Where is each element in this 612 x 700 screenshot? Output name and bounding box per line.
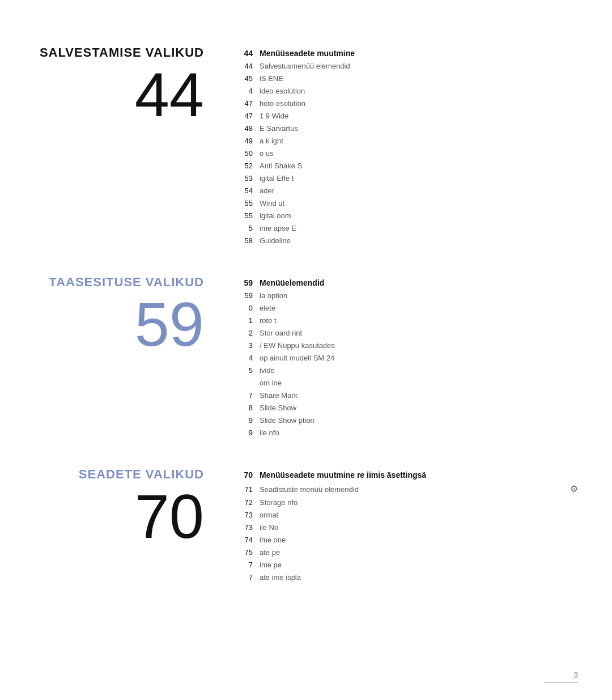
toc-row-text: elete [260,303,578,314]
section-right-taasesituse: 59Menüüelemendid59 la option0 elete1 rot… [238,275,578,439]
section-left-salvestamise: SALVESTAMISE VALIKUD44 [34,45,238,247]
toc-row-num: 59 [238,290,260,302]
gear-icon: ⚙ [570,482,578,496]
toc-row-num: 70 [238,469,260,481]
toc-row-num: 48 [238,123,260,134]
toc-row-num: 8 [238,402,260,414]
toc-row-num: 4 [238,86,260,97]
section-seadete: SEADETE VALIKUD7070Menüüseadete muutmine… [34,467,578,583]
toc-row-num: 45 [238,73,260,84]
toc-row-num: 44 [238,61,260,72]
toc-row-text: o us [260,148,578,159]
toc-row: 2 Stor oard rint [238,328,578,339]
toc-row-num: 7 [238,390,260,401]
toc-row-num: 47 [238,111,260,122]
toc-row: 1 rote t [238,315,578,326]
toc-row: 4 op ainult mudell SM 24 [238,353,578,364]
toc-row-num: 73 [238,522,260,533]
toc-row-text: Menüüseadete muutmine re iimis äsettings… [260,469,578,481]
section-salvestamise: SALVESTAMISE VALIKUD4444Menüüseadete muu… [34,45,578,247]
toc-row-text: ate pe [260,547,578,558]
toc-row: om ine [238,377,578,389]
section-title-seadete: SEADETE VALIKUD [79,467,204,482]
toc-row: 9 ile nfo [238,427,578,439]
toc-row: 44Salvestusmenüü elemendid [238,61,578,72]
toc-row-num: 55 [238,198,260,209]
toc-row: 52Anti Shake S [238,160,578,172]
toc-row-num: 5 [238,223,260,234]
toc-row-text: la option [260,290,578,302]
toc-row-num: 52 [238,160,260,172]
toc-row: 71Seadistuste menüü elemendid⚙ [238,482,578,496]
toc-row: 73 ile No [238,522,578,533]
toc-row-num: 54 [238,185,260,197]
toc-row: 50 o us [238,148,578,159]
page-line [544,682,578,683]
section-title-salvestamise: SALVESTAMISE VALIKUD [40,45,204,60]
section-title-taasesituse: TAASESITUSE VALIKUD [49,275,204,290]
toc-row: 3 / EW Nuppu kasutades [238,340,578,351]
section-number-seadete: 70 [135,485,204,548]
toc-row-text: Wind ut [260,198,578,209]
toc-row-num: 9 [238,415,260,426]
toc-row: 73 ormat [238,510,578,521]
toc-row-text: Guideline [260,235,578,247]
toc-row-num: 9 [238,427,260,439]
toc-row-text: rote t [260,315,578,326]
toc-row-text: Storage nfo [260,497,578,508]
toc-row-num: 75 [238,547,260,558]
toc-row-text: Menüüelemendid [260,277,578,289]
page-content: SALVESTAMISE VALIKUD4444Menüüseadete muu… [34,45,578,612]
toc-row-num: 44 [238,48,260,60]
toc-row-text: Slide Show [260,402,578,414]
toc-row: 7 Share Mark [238,390,578,401]
toc-row-text: ideo esolution [260,86,578,97]
toc-row-num: 47 [238,98,260,109]
toc-row-text: ivide [260,365,578,376]
toc-row-num: 7 [238,572,260,583]
toc-row-text: Seadistuste menüü elemendid [260,484,566,495]
toc-row: 49 a k ight [238,135,578,147]
toc-row-text: Anti Shake S [260,160,578,172]
toc-row-num: 74 [238,534,260,546]
toc-row: 4ideo esolution [238,86,578,97]
toc-row-num: 50 [238,148,260,159]
toc-row-text: om ine [260,377,578,389]
section-taasesituse: TAASESITUSE VALIKUD5959Menüüelemendid59 … [34,275,578,439]
toc-row: 471 9 Wide [238,111,578,122]
toc-row-num: 72 [238,497,260,508]
toc-row-text: ime one [260,534,578,546]
toc-row: 59 la option [238,290,578,302]
toc-row-num: 49 [238,135,260,147]
section-number-salvestamise: 44 [135,63,204,126]
toc-row: 0 elete [238,303,578,314]
toc-row: 5 ime apse E [238,223,578,234]
toc-row-num: 1 [238,315,260,326]
toc-row-text: ime apse E [260,223,578,234]
toc-row-num: 0 [238,303,260,314]
toc-row: 59Menüüelemendid [238,277,578,289]
toc-row-text: ormat [260,510,578,521]
toc-row-text: iS ENE [260,73,578,84]
page-number-area: 3 [544,671,578,683]
toc-row: 54 ader [238,185,578,197]
toc-row-text: igital Effe t [260,173,578,184]
toc-row: 72Storage nfo [238,497,578,508]
toc-row-text: ate ime ispla [260,572,578,583]
section-left-taasesituse: TAASESITUSE VALIKUD59 [34,275,238,439]
toc-row: 53 igital Effe t [238,173,578,184]
toc-row: 5 ivide [238,365,578,376]
toc-row-text: ime pe [260,559,578,571]
toc-row: 70Menüüseadete muutmine re iimis äsettin… [238,469,578,481]
section-left-seadete: SEADETE VALIKUD70 [34,467,238,583]
toc-row-text: Menüüseadete muutmine [260,48,578,60]
toc-row-num: 2 [238,328,260,339]
toc-row: 8 Slide Show [238,402,578,414]
toc-row-text: ile No [260,522,578,533]
section-number-taasesituse: 59 [135,293,204,355]
toc-row-num: 59 [238,277,260,289]
toc-row-num: 7 [238,559,260,571]
toc-row: 7 ime pe [238,559,578,571]
toc-row: 7 ate ime ispla [238,572,578,583]
section-right-seadete: 70Menüüseadete muutmine re iimis äsettin… [238,467,578,583]
